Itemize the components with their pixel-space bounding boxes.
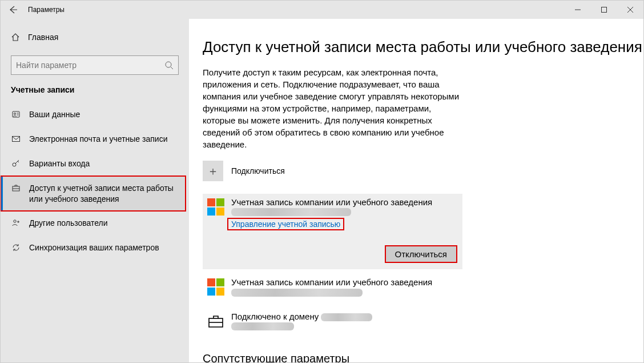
page-description: Получите доступ к таким ресурсам, как эл… <box>203 66 460 150</box>
plus-icon: ＋ <box>203 161 223 181</box>
svg-line-5 <box>171 67 173 69</box>
manage-account-link[interactable]: Управление учетной записью <box>228 218 344 230</box>
domain-card[interactable]: Подключено к домену <box>203 308 462 337</box>
home-label: Главная <box>28 33 58 42</box>
related-settings-title: Сопутствующие параметры <box>203 352 643 362</box>
svg-rect-10 <box>13 136 20 141</box>
add-user-icon <box>11 218 21 228</box>
key-icon <box>11 158 21 168</box>
mail-icon <box>11 134 21 143</box>
person-icon <box>11 109 21 119</box>
briefcase-icon <box>11 183 21 193</box>
nav-item-other-users[interactable]: Другие пользователи <box>1 211 189 236</box>
sidebar: Главная Учетные записи Ваши данные Элект… <box>1 19 189 362</box>
redacted-text <box>231 322 294 330</box>
titlebar: Параметры <box>1 1 643 19</box>
nav-label: Ваши данные <box>29 109 80 120</box>
connect-row[interactable]: ＋ Подключиться <box>203 161 643 181</box>
nav-item-your-info[interactable]: Ваши данные <box>1 102 189 127</box>
home-icon <box>11 33 20 42</box>
work-account-card-1[interactable]: Учетная запись компании или учебного зав… <box>203 194 462 269</box>
domain-title: Подключено к домену <box>231 312 457 321</box>
nav-label: Электронная почта и учетные записи <box>29 134 167 145</box>
svg-point-16 <box>14 220 16 222</box>
close-button[interactable] <box>617 1 643 19</box>
work-account-card-2[interactable]: Учетная запись компании или учебного зав… <box>203 274 462 303</box>
svg-point-4 <box>166 62 171 67</box>
nav-item-sync[interactable]: Синхронизация ваших параметров <box>1 236 189 260</box>
search-box[interactable] <box>11 55 179 75</box>
nav-item-work-access[interactable]: Доступ к учетной записи места работы или… <box>1 176 186 212</box>
search-icon <box>164 61 174 70</box>
nav-item-signin[interactable]: Варианты входа <box>1 151 189 176</box>
sync-icon <box>11 242 21 252</box>
search-input[interactable] <box>16 61 164 70</box>
microsoft-logo-icon <box>207 198 224 216</box>
svg-point-7 <box>14 113 16 115</box>
account-title: Учетная запись компании или учебного зав… <box>231 277 457 287</box>
nav-label: Варианты входа <box>29 158 90 169</box>
minimize-button[interactable] <box>565 1 591 19</box>
category-title: Учетные записи <box>1 83 189 102</box>
account-title: Учетная запись компании или учебного зав… <box>231 197 457 207</box>
main-panel: Доступ к учетной записи места работы или… <box>189 19 643 362</box>
connect-label: Подключиться <box>231 166 285 175</box>
microsoft-logo-icon <box>207 278 224 296</box>
nav-label: Доступ к учетной записи места работы или… <box>29 183 175 205</box>
nav-item-email[interactable]: Электронная почта и учетные записи <box>1 127 189 151</box>
home-link[interactable]: Главная <box>1 27 189 47</box>
disconnect-button[interactable]: Отключиться <box>385 246 457 262</box>
maximize-button[interactable] <box>591 1 617 19</box>
back-button[interactable] <box>1 1 26 19</box>
svg-rect-1 <box>602 7 607 13</box>
briefcase-icon <box>207 313 224 330</box>
redacted-text <box>231 289 363 297</box>
redacted-text <box>231 208 351 216</box>
page-title: Доступ к учетной записи места работы или… <box>203 38 643 56</box>
nav-label: Другие пользователи <box>29 218 108 229</box>
redacted-text <box>321 313 372 321</box>
window-title: Параметры <box>26 6 65 14</box>
nav-label: Синхронизация ваших параметров <box>29 242 159 253</box>
svg-line-13 <box>18 161 19 162</box>
